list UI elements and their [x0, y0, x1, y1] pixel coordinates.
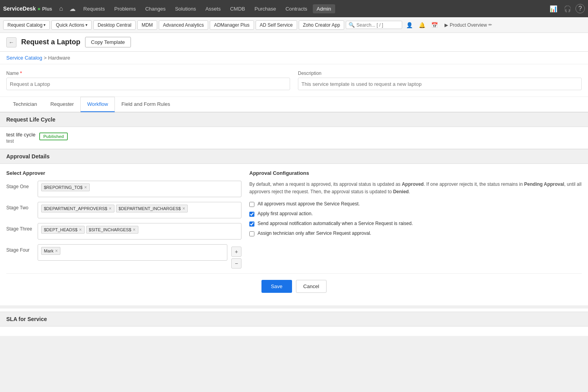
calendar-icon[interactable]: 📅	[429, 20, 440, 31]
lifecycle-desc: test	[6, 138, 35, 144]
nav-contracts[interactable]: Contracts	[281, 4, 311, 13]
approval-section: Select Approver Stage One $REPORTING_TO$…	[0, 164, 588, 305]
nav-requests[interactable]: Requests	[80, 4, 109, 13]
cancel-button[interactable]: Cancel	[296, 280, 327, 293]
bar-chart-icon[interactable]: 📊	[547, 4, 560, 14]
stage-three-tag-0: $DEPT_HEADS$ ×	[41, 226, 85, 234]
copy-template-button[interactable]: Copy Template	[85, 37, 131, 47]
nav-cmdb[interactable]: CMDB	[226, 4, 249, 13]
apply-first-approval-checkbox[interactable]	[249, 212, 254, 217]
checkbox-row-4: Assign technician only after Service Req…	[249, 230, 582, 236]
tab-workflow[interactable]: Workflow	[80, 97, 114, 112]
send-notification-checkbox[interactable]	[249, 221, 254, 227]
checkbox-row-3: Send approval notification automatically…	[249, 221, 582, 227]
tag-remove-icon[interactable]: ×	[79, 227, 82, 232]
tag-text: $DEPARTMENT_INCHARGES$	[119, 206, 181, 211]
desktop-central-btn[interactable]: Desktop Central	[93, 20, 136, 30]
stage-one-label: Stage One	[6, 181, 34, 189]
stage-one-row: Stage One $REPORTING_TO$ ×	[6, 181, 241, 197]
nav-solutions[interactable]: Solutions	[171, 4, 200, 13]
stage-three-row: Stage Three $DEPT_HEADS$ × $SITE_INCHARG…	[6, 223, 241, 240]
stage-two-label: Stage Two	[6, 202, 34, 211]
stage-four-label: Stage Four	[6, 244, 34, 253]
bell-icon[interactable]: 🔔	[416, 20, 427, 31]
breadcrumb-service-catalog-link[interactable]: Service Catalog	[6, 55, 42, 61]
stage-three-tag-1: $SITE_INCHARGES$ ×	[86, 226, 138, 234]
dropdown-arrow: ▾	[44, 23, 45, 27]
config-panel: Approval Configurations By default, when…	[249, 170, 582, 273]
config-title: Approval Configurations	[249, 170, 582, 176]
stage-four-row: Stage Four Mark × + −	[6, 244, 241, 269]
tag-text: $DEPARTMENT_APPROVERS$	[44, 206, 107, 211]
home-icon[interactable]: ⌂	[57, 4, 65, 14]
secondary-toolbar: Request Catalog ▾ Quick Actions ▾ Deskto…	[0, 17, 588, 33]
stage-two-tag-1: $DEPARTMENT_INCHARGES$ ×	[116, 205, 188, 212]
checkbox-row-1: All approvers must approve the Service R…	[249, 201, 582, 207]
sla-section: SLA for Service	[0, 312, 588, 336]
add-stage-button[interactable]: +	[231, 247, 241, 257]
apply-first-approval-label: Apply first approval action.	[258, 211, 313, 216]
request-catalog-dropdown[interactable]: Request Catalog ▾	[3, 20, 50, 30]
headphones-icon[interactable]: 🎧	[561, 4, 574, 14]
lifecycle-section-header: Request Life Cycle	[0, 112, 588, 127]
stage-two-row: Stage Two $DEPARTMENT_APPROVERS$ × $DEPA…	[6, 202, 241, 218]
tag-remove-icon[interactable]: ×	[109, 206, 112, 211]
stage-three-label: Stage Three	[6, 223, 34, 232]
tabs-bar: Technician Requester Workflow Field and …	[0, 97, 588, 112]
stage-one-input[interactable]: $REPORTING_TO$ ×	[38, 181, 241, 197]
required-indicator: *	[20, 71, 22, 76]
tag-remove-icon[interactable]: ×	[133, 227, 136, 232]
app-logo[interactable]: ServiceDesk ● Plus	[3, 5, 52, 12]
assign-technician-checkbox[interactable]	[249, 231, 254, 236]
advanced-analytics-btn[interactable]: Advanced Analytics	[159, 20, 208, 30]
mdm-btn[interactable]: MDM	[137, 20, 157, 30]
approval-section-header: Approval Details	[0, 149, 588, 164]
nav-problems[interactable]: Problems	[110, 4, 140, 13]
tag-remove-icon[interactable]: ×	[182, 206, 185, 211]
stage-one-tag-0: $REPORTING_TO$ ×	[41, 183, 90, 191]
zoho-creator-btn[interactable]: Zoho Creator App	[299, 20, 345, 30]
video-icon: ▶	[445, 22, 448, 28]
sla-content	[0, 327, 588, 336]
tab-field-form-rules[interactable]: Field and Form Rules	[115, 97, 177, 112]
divider	[0, 305, 588, 309]
admanager-plus-btn[interactable]: ADManager Plus	[210, 20, 254, 30]
request-catalog-label: Request Catalog	[7, 22, 42, 28]
tab-requester[interactable]: Requester	[44, 97, 80, 112]
remove-stage-button[interactable]: −	[231, 258, 241, 269]
ad-self-service-btn[interactable]: AD Self Service	[256, 20, 297, 30]
name-input[interactable]	[6, 78, 290, 90]
description-field: Description	[298, 71, 582, 90]
tag-remove-icon[interactable]: ×	[55, 248, 58, 254]
tab-technician[interactable]: Technician	[6, 97, 44, 112]
stage-four-tag-0: Mark ×	[41, 247, 60, 255]
breadcrumb-separator: >	[44, 55, 48, 61]
nav-purchase[interactable]: Purchase	[250, 4, 280, 13]
page-header: ← Request a Laptop Copy Template	[0, 33, 588, 52]
description-input[interactable]	[298, 78, 582, 90]
all-approvers-checkbox[interactable]	[249, 202, 254, 207]
content-area: Request Life Cycle test life cycle test …	[0, 112, 588, 336]
top-navigation: ServiceDesk ● Plus ⌂ ☁ Requests Problems…	[0, 0, 588, 17]
stage-three-input[interactable]: $DEPT_HEADS$ × $SITE_INCHARGES$ ×	[38, 223, 241, 240]
sla-section-header: SLA for Service	[0, 312, 588, 327]
approver-panel: Select Approver Stage One $REPORTING_TO$…	[6, 170, 241, 273]
back-button[interactable]: ←	[6, 37, 16, 47]
nav-assets[interactable]: Assets	[201, 4, 225, 13]
stage-four-input[interactable]: Mark ×	[38, 244, 227, 261]
tag-remove-icon[interactable]: ×	[84, 185, 87, 190]
search-box[interactable]: 🔍	[346, 21, 402, 29]
tag-text: Mark	[44, 249, 53, 253]
user-icon[interactable]: 👤	[404, 20, 415, 31]
select-approver-title: Select Approver	[6, 170, 241, 176]
tag-text: $SITE_INCHARGES$	[89, 227, 131, 232]
help-icon[interactable]: ?	[575, 4, 585, 13]
cloud-icon[interactable]: ☁	[67, 4, 78, 14]
search-input[interactable]	[356, 22, 399, 28]
nav-admin[interactable]: Admin	[313, 4, 335, 13]
nav-changes[interactable]: Changes	[141, 4, 169, 13]
quick-actions-dropdown[interactable]: Quick Actions ▾	[51, 20, 92, 30]
save-button[interactable]: Save	[261, 280, 292, 293]
stage-two-input[interactable]: $DEPARTMENT_APPROVERS$ × $DEPARTMENT_INC…	[38, 202, 241, 218]
product-overview-btn[interactable]: ▶ Product Overview ✏	[441, 21, 495, 29]
